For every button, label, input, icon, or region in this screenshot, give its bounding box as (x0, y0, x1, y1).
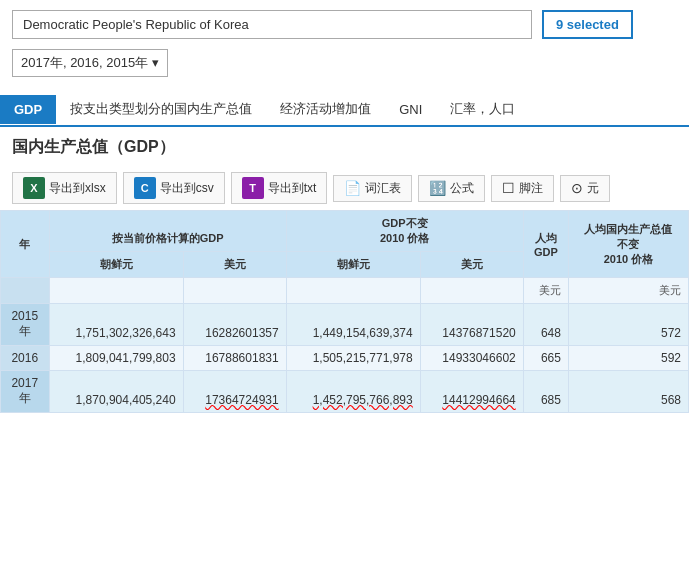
tab-expenditure[interactable]: 按支出类型划分的国内生产总值 (56, 93, 266, 125)
tab-exchange[interactable]: 汇率，人口 (436, 93, 529, 125)
export-xlsx-button[interactable]: X 导出到xlsx (12, 172, 117, 204)
unit-pcap: 美元 (523, 278, 568, 304)
data-cell: 1,452,795,766,893 (286, 371, 420, 413)
col-header-year: 年 (1, 211, 50, 278)
formula-button[interactable]: 🔢 公式 (418, 175, 485, 202)
top-bar: 9 selected 2017年, 2016, 2015年 ▾ (0, 0, 689, 83)
footnote-icon: ☐ (502, 180, 515, 196)
table-row: 2015年1,751,302,326,643162826013571,449,1… (1, 304, 689, 346)
data-cell: 568 (568, 371, 688, 413)
col-header-per-capita: 人均GDP (523, 211, 568, 278)
data-cell: 1,809,041,799,803 (49, 346, 183, 371)
tab-gni[interactable]: GNI (385, 95, 436, 124)
other-icon: ⊙ (571, 180, 583, 196)
export-csv-label: 导出到csv (160, 180, 214, 197)
data-cell: 14376871520 (420, 304, 523, 346)
gdp-table: 年 按当前价格计算的GDP GDP不变2010 价格 人均GDP 人均国内生产总… (0, 210, 689, 413)
section-title: 国内生产总值（GDP） (0, 127, 689, 166)
country-search-input[interactable] (12, 10, 532, 39)
xlsx-icon: X (23, 177, 45, 199)
data-cell: 648 (523, 304, 568, 346)
tab-economic-activity[interactable]: 经济活动增加值 (266, 93, 385, 125)
col-header-const-gdp: GDP不变2010 价格 (286, 211, 523, 252)
col-header-current-gdp: 按当前价格计算的GDP (49, 211, 286, 252)
year-cell: 2016 (1, 346, 50, 371)
data-cell: 16282601357 (183, 304, 286, 346)
tabs-nav: GDP 按支出类型划分的国内生产总值 经济活动增加值 GNI 汇率，人口 (0, 93, 689, 127)
unit-usd1 (183, 278, 286, 304)
squiggle-value: 14412994664 (442, 393, 515, 407)
unit-year (1, 278, 50, 304)
glossary-button[interactable]: 📄 词汇表 (333, 175, 412, 202)
table-row: 20161,809,041,799,803167886018311,505,21… (1, 346, 689, 371)
year-cell: 2015年 (1, 304, 50, 346)
footnote-label: 脚注 (519, 180, 543, 197)
glossary-icon: 📄 (344, 180, 361, 196)
unit-usd2 (420, 278, 523, 304)
table-row: 2017年1,870,904,405,240173647249311,452,7… (1, 371, 689, 413)
data-cell: 1,449,154,639,374 (286, 304, 420, 346)
other-button[interactable]: ⊙ 元 (560, 175, 610, 202)
data-cell: 572 (568, 304, 688, 346)
squiggle-value: 17364724931 (205, 393, 278, 407)
export-xlsx-label: 导出到xlsx (49, 180, 106, 197)
data-cell: 592 (568, 346, 688, 371)
export-toolbar: X 导出到xlsx C 导出到csv T 导出到txt 📄 词汇表 🔢 公式 ☐… (0, 166, 689, 210)
data-table-wrap: 年 按当前价格计算的GDP GDP不变2010 价格 人均GDP 人均国内生产总… (0, 210, 689, 423)
col-header-per-capita-const: 人均国内生产总值不变2010 价格 (568, 211, 688, 278)
data-cell: 1,870,904,405,240 (49, 371, 183, 413)
export-csv-button[interactable]: C 导出到csv (123, 172, 225, 204)
formula-label: 公式 (450, 180, 474, 197)
selected-badge: 9 selected (542, 10, 633, 39)
data-cell: 1,505,215,771,978 (286, 346, 420, 371)
data-cell: 685 (523, 371, 568, 413)
data-cell: 1,751,302,326,643 (49, 304, 183, 346)
squiggle-value: 1,452,795,766,893 (313, 393, 413, 407)
formula-icon: 🔢 (429, 180, 446, 196)
txt-icon: T (242, 177, 264, 199)
csv-icon: C (134, 177, 156, 199)
export-txt-label: 导出到txt (268, 180, 317, 197)
data-cell: 14933046602 (420, 346, 523, 371)
data-cell: 16788601831 (183, 346, 286, 371)
unit-pcap-const: 美元 (568, 278, 688, 304)
col-sub-usd1: 美元 (183, 252, 286, 278)
unit-krw1 (49, 278, 183, 304)
footnote-button[interactable]: ☐ 脚注 (491, 175, 554, 202)
col-sub-krw2: 朝鲜元 (286, 252, 420, 278)
unit-krw2 (286, 278, 420, 304)
year-dropdown[interactable]: 2017年, 2016, 2015年 ▾ (12, 49, 168, 77)
col-sub-usd2: 美元 (420, 252, 523, 278)
glossary-label: 词汇表 (365, 180, 401, 197)
year-cell: 2017年 (1, 371, 50, 413)
data-cell: 665 (523, 346, 568, 371)
tab-gdp[interactable]: GDP (0, 95, 56, 124)
other-label: 元 (587, 180, 599, 197)
data-cell: 14412994664 (420, 371, 523, 413)
data-cell: 17364724931 (183, 371, 286, 413)
col-sub-krw1: 朝鲜元 (49, 252, 183, 278)
export-txt-button[interactable]: T 导出到txt (231, 172, 328, 204)
